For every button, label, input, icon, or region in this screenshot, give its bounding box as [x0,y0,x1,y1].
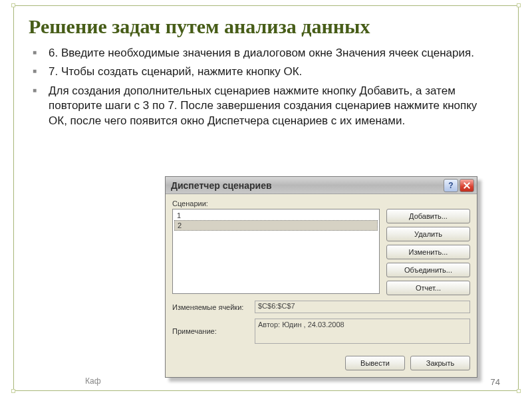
frame-corner [11,389,15,393]
scenario-manager-dialog: Диспетчер сценариев ? Сценарии: 1 2 [165,176,477,378]
scenarios-listbox[interactable]: 1 2 [172,209,380,294]
list-item[interactable]: 1 [174,211,378,220]
merge-label: Объединить... [404,266,452,274]
close-button[interactable] [460,179,474,192]
bullet-item: 7. Чтобы создать сценарий, нажмите кнопк… [47,65,494,79]
delete-button[interactable]: Удалить [386,227,470,241]
list-item[interactable]: 2 [174,220,378,231]
bullet-item: 6. Введите необходимые значения в диалог… [47,46,494,61]
slide-body: 6. Введите необходимые значения в диалог… [14,45,518,128]
show-button[interactable]: Вывести [345,356,405,370]
note-field: Автор: Юдин , 24.03.2008 [255,319,470,344]
dialog-content: Сценарии: 1 2 Добавить... Удалить Измени… [166,194,477,350]
frame-corner [517,389,521,393]
dialog-title: Диспетчер сценариев [171,180,442,191]
help-icon: ? [448,181,453,190]
dialog-footer: Вывести Закрыть [166,350,477,377]
add-label: Добавить... [409,212,448,220]
note-label: Примечание: [172,327,251,335]
scenarios-label: Сценарии: [172,200,470,207]
close-dialog-button[interactable]: Закрыть [410,356,470,370]
footer-fragment: Каф [85,376,101,386]
show-label: Вывести [360,359,390,367]
report-button[interactable]: Отчет... [386,281,470,295]
delete-label: Удалить [414,230,442,238]
cells-label: Изменяемые ячейки: [172,303,251,311]
button-column: Добавить... Удалить Изменить... Объедини… [386,209,470,295]
report-label: Отчет... [416,284,441,292]
merge-button[interactable]: Объединить... [386,263,470,277]
bullet-item: Для создания дополнительных сценариев на… [47,84,494,128]
dialog-titlebar[interactable]: Диспетчер сценариев ? [166,177,477,194]
frame-corner [517,3,521,7]
slide: Решение задач путем анализа данных 6. Вв… [0,0,532,399]
cells-field: $C$6:$C$7 [255,301,470,313]
help-button[interactable]: ? [444,179,458,192]
page-number: 74 [491,377,500,387]
edit-label: Изменить... [409,248,448,256]
add-button[interactable]: Добавить... [386,209,470,223]
dialog-window: Диспетчер сценариев ? Сценарии: 1 2 [165,176,477,378]
close-label: Закрыть [426,359,454,367]
edit-button[interactable]: Изменить... [386,245,470,259]
slide-title: Решение задач путем анализа данных [14,6,518,45]
bullet-list: 6. Введите необходимые значения в диалог… [47,46,494,128]
frame-corner [11,3,15,7]
